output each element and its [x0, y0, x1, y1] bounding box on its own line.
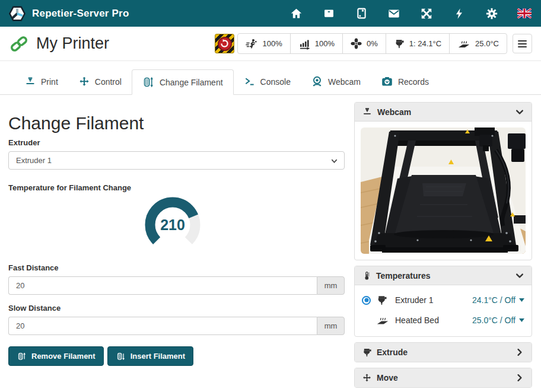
insert-filament-label: Insert Filament [131, 352, 185, 361]
thermometer-icon [362, 270, 371, 281]
webcam-panel-header[interactable]: Webcam [355, 103, 532, 122]
speed-runner-icon [246, 38, 257, 50]
move-panel-header[interactable]: Move [355, 368, 532, 387]
home-icon[interactable] [289, 7, 303, 21]
remove-filament-button[interactable]: Remove Filament [8, 346, 104, 366]
fast-distance-input[interactable] [8, 276, 317, 295]
tab-print-label: Print [41, 77, 58, 87]
manual-book-icon[interactable] [354, 7, 368, 21]
extruder-nozzle-icon [394, 39, 405, 49]
power-bolt-icon[interactable] [452, 7, 466, 21]
gauge-value-text: 210 [160, 216, 185, 233]
slow-distance-unit: mm [317, 317, 345, 335]
extruder-select-wrap: Extruder 1 [8, 151, 345, 170]
bed-status[interactable]: 25.0°C [450, 34, 507, 53]
insert-filament-button[interactable]: Insert Filament [107, 346, 193, 366]
temperatures-panel-header[interactable]: Temperatures [355, 266, 532, 285]
extruder-nozzle-icon [362, 348, 372, 358]
records-icon [381, 75, 393, 88]
extruder-value: 1: 24.1°C [409, 39, 441, 48]
brand-title: Repetier-Server Pro [32, 8, 129, 20]
temp-value: 24.1°C / Off [472, 295, 515, 305]
printer-menu-button[interactable] [513, 34, 532, 53]
page-title: Change Filament [8, 113, 345, 133]
tab-records[interactable]: Records [371, 69, 439, 94]
status-group: 100% 100% [237, 33, 507, 54]
content-area: Change Filament Extruder Extruder 1 Temp… [0, 95, 541, 392]
printer-tabbar: Print Control Change Filament Console [0, 61, 541, 95]
tab-webcam[interactable]: Webcam [301, 69, 371, 94]
temp-row-extruder: Extruder 1 24.1°C / Off [362, 290, 524, 310]
webcam-panel: Webcam [354, 102, 532, 260]
fan-status[interactable]: 0% [343, 34, 386, 53]
flow-value: 100% [315, 39, 335, 48]
temp-value: 25.0°C / Off [472, 315, 515, 325]
slow-distance-input[interactable] [8, 317, 317, 335]
temperatures-panel-title: Temperatures [376, 271, 431, 281]
extrude-panel-title: Extrude [377, 348, 408, 357]
flow-status[interactable]: 100% [291, 34, 343, 53]
heated-bed-icon [457, 38, 470, 50]
sidebar: Webcam [354, 102, 532, 392]
webcam-stream[interactable] [361, 128, 526, 254]
tab-console-label: Console [260, 77, 291, 87]
printer-title: My Printer [36, 34, 109, 53]
change-filament-icon [142, 76, 155, 88]
temperature-gauge[interactable]: 210 [140, 196, 205, 258]
top-navbar: Repetier-Server Pro [0, 0, 541, 27]
print-icon [24, 76, 36, 88]
chevron-right-icon [515, 348, 524, 357]
language-flag-icon[interactable] [517, 7, 532, 21]
extruder-label: Extruder [8, 138, 345, 147]
bed-temp-dropdown[interactable]: 25.0°C / Off [472, 315, 524, 325]
extruder-temp-dropdown[interactable]: 24.1°C / Off [472, 295, 524, 305]
temp-name: Extruder 1 [395, 295, 434, 305]
messages-envelope-icon[interactable] [387, 7, 401, 21]
heated-bed-icon [376, 315, 389, 326]
extruder-status[interactable]: 1: 24.1°C [386, 34, 450, 53]
remove-filament-label: Remove Filament [31, 352, 96, 361]
settings-gear-icon[interactable] [485, 7, 499, 21]
printer-status-toolbar: 100% 100% [215, 33, 532, 54]
temperatures-panel: Temperatures Extruder 1 [354, 266, 532, 337]
control-move-icon [78, 76, 90, 88]
connected-link-icon [9, 34, 28, 53]
extruder-nozzle-icon [376, 295, 387, 306]
chevron-right-icon [515, 373, 524, 383]
move-panel-title: Move [377, 373, 398, 383]
console-icon [244, 76, 256, 88]
fan-icon [351, 38, 362, 49]
extrude-panel: Extrude [354, 342, 532, 362]
tab-change-filament[interactable]: Change Filament [132, 69, 234, 95]
webcam-panel-title: Webcam [377, 107, 411, 117]
temperature-label: Temperature for Filament Change [8, 183, 345, 192]
caret-down-icon [519, 298, 524, 302]
printers-box-icon[interactable] [322, 7, 336, 21]
extruder-radio[interactable] [362, 296, 371, 305]
fast-distance-unit: mm [317, 276, 345, 295]
temperatures-body: Extruder 1 24.1°C / Off Heated Bed [355, 285, 532, 336]
webcam-icon [311, 75, 323, 88]
filament-up-icon [17, 351, 27, 361]
chevron-down-icon [515, 271, 524, 281]
tab-console[interactable]: Console [234, 69, 301, 94]
fullscreen-arrows-icon[interactable] [419, 7, 434, 21]
tab-print[interactable]: Print [14, 69, 68, 94]
filament-down-icon [116, 351, 126, 361]
tab-control[interactable]: Control [68, 69, 132, 94]
temp-name: Heated Bed [395, 315, 439, 325]
emergency-stop-button[interactable] [215, 34, 234, 53]
navbar-icons [289, 7, 532, 21]
extruder-select[interactable]: Extruder 1 [8, 151, 345, 170]
speed-status[interactable]: 100% [238, 34, 290, 53]
fan-value: 0% [367, 39, 378, 48]
chevron-down-icon [515, 107, 524, 117]
extrude-panel-header[interactable]: Extrude [355, 343, 532, 362]
change-filament-panel: Change Filament Extruder Extruder 1 Temp… [8, 95, 345, 366]
emergency-stop-icon [218, 37, 232, 51]
tab-change-filament-label: Change Filament [160, 78, 223, 87]
printer-header: My Printer 100% [0, 27, 541, 61]
brand[interactable]: Repetier-Server Pro [8, 5, 129, 23]
tab-control-label: Control [95, 77, 122, 87]
fast-distance-label: Fast Distance [8, 263, 345, 272]
